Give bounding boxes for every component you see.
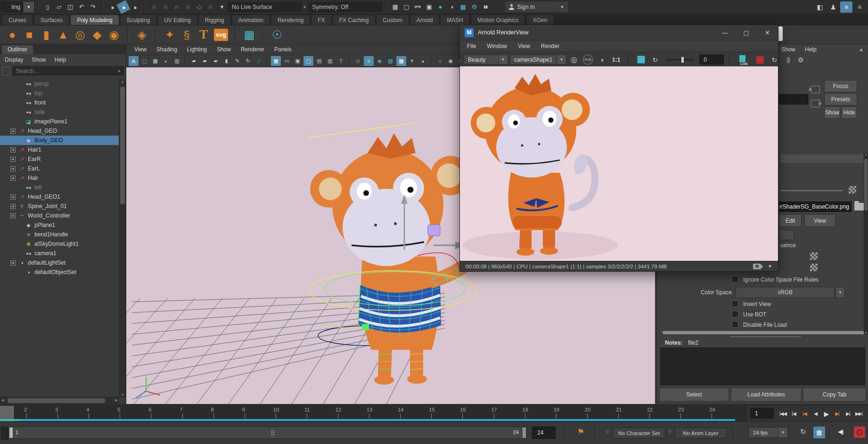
rv-menu-file[interactable]: File [467, 43, 476, 49]
expand-icon[interactable]: + [10, 204, 16, 209]
search-options-arrow-icon[interactable]: ▾ [118, 69, 120, 73]
outliner-item-side[interactable]: ■◀side [0, 107, 119, 117]
outliner-tab[interactable]: Outliner [2, 45, 33, 54]
range-slider[interactable]: 1 24 [8, 427, 527, 439]
shelf-tab-fx[interactable]: FX [311, 15, 331, 25]
undo-icon[interactable]: ↶ [76, 2, 87, 12]
paint-select-icon[interactable]: ▩ [150, 56, 160, 66]
section-header-bar[interactable] [780, 154, 863, 163]
textured-mode-icon[interactable]: ▧ [385, 56, 395, 66]
zoom-ratio[interactable]: 1:1 [612, 57, 620, 63]
ae-vertical-scrollbar[interactable]: ▲ ▼ [864, 153, 868, 334]
shelf-tab-mash[interactable]: MASH [440, 15, 470, 25]
outliner-item-front[interactable]: ■◀front [0, 98, 119, 107]
presets-button[interactable]: Presets [824, 93, 857, 105]
audio-mute-icon[interactable]: ◀) [838, 428, 843, 435]
poly-cylinder-icon[interactable]: ▮ [38, 26, 55, 43]
poly-cube-icon[interactable]: ■ [21, 26, 38, 43]
ignore-color-space-checkbox[interactable] [732, 276, 738, 283]
menu-set-arrow-icon[interactable]: ▼ [24, 2, 34, 12]
curve-warp-icon[interactable]: § [178, 26, 195, 43]
scroll-down-icon[interactable]: ▼ [119, 393, 126, 396]
expand-icon[interactable]: + [10, 129, 16, 134]
outliner-menu-help[interactable]: Help [54, 57, 66, 63]
scrollbar-thumb[interactable] [120, 87, 125, 204]
notes-textarea[interactable] [660, 347, 865, 385]
rgb-channels-icon[interactable]: RGB [583, 55, 593, 65]
type-tool-icon[interactable]: T [195, 26, 212, 43]
svg-tool-icon[interactable]: svg [214, 29, 228, 41]
map-icon[interactable] [810, 264, 818, 271]
shelf-tab-xgen[interactable]: XGen [526, 15, 554, 25]
select-button[interactable]: Select [659, 387, 729, 402]
expand-chevron-icon[interactable]: ▼ [768, 264, 772, 269]
rv-menu-view[interactable]: View [518, 43, 530, 49]
outliner-item-Head_GEO[interactable]: +↗Head_GEO [0, 126, 119, 136]
camera-select-icon[interactable]: ▰ [189, 56, 199, 66]
scroll-left-icon[interactable]: ◀ [1, 398, 4, 402]
node-name-field[interactable] [779, 94, 808, 105]
outliner-item-Hair[interactable]: +↗Hair [0, 173, 119, 183]
snap-options-arrow-icon[interactable]: ▾ [217, 2, 227, 12]
bookmark-flag-icon[interactable]: ⚑ [577, 427, 584, 437]
launch-render-icon[interactable]: ⚙ [469, 2, 480, 12]
outliner-item-Head_GEO1[interactable]: +↗Head_GEO1 [0, 192, 119, 202]
wireframe-mode-icon[interactable]: ◇ [353, 56, 363, 66]
viewport-menu-renderer[interactable]: Renderer [241, 46, 264, 53]
expand-icon[interactable]: + [10, 166, 16, 171]
outliner-horizontal-scrollbar[interactable]: ◀ ▶ [0, 397, 119, 404]
poly-disc-icon[interactable]: ◉ [106, 26, 123, 43]
lasso-tool-icon[interactable]: ▢ [139, 56, 149, 66]
ae-menu-show[interactable]: Show [781, 46, 795, 53]
outliner-item-EarL[interactable]: +↗EarL [0, 164, 119, 173]
step-back-frame-button[interactable]: |◀ [799, 408, 810, 420]
region-render-icon[interactable] [637, 56, 645, 64]
disable-file-load-checkbox[interactable] [732, 321, 738, 328]
outliner-item-defaultObjectSet[interactable]: ◑defaultObjectSet [0, 267, 119, 277]
shelf-tab-rendering[interactable]: Rendering [271, 15, 310, 25]
attribute-editor-toggle-icon[interactable]: ≡ [840, 1, 852, 13]
open-render-view-icon[interactable]: ▦ [390, 2, 401, 12]
control-cube[interactable] [428, 225, 440, 236]
step-forward-frame-button[interactable]: ▶| [832, 408, 843, 420]
shelf-tab-animation[interactable]: Animation [232, 15, 270, 25]
arnold-renderview-window[interactable]: M Arnold RenderView —▢✕ File Window View… [459, 24, 778, 272]
scroll-up-icon[interactable]: ▲ [864, 153, 868, 156]
snap-to-projected-center-icon[interactable]: ∩ [183, 2, 193, 12]
go-to-end-button[interactable]: ▶▶| [853, 408, 864, 420]
attribute-slider[interactable] [780, 190, 843, 191]
edit-button[interactable]: Edit [779, 214, 802, 227]
restart-render-icon[interactable]: ↻ [769, 54, 780, 65]
outliner-item-bend1Handle[interactable]: ≡bend1Handle [0, 230, 119, 239]
outliner-item-defaultLightSet[interactable]: +◑defaultLightSet [0, 258, 119, 267]
shade-mode-icon[interactable]: ◐ [161, 56, 171, 66]
toon-outline-icon[interactable]: ● [435, 2, 446, 12]
camera-dropdown[interactable]: cameraShape1 ▼ [510, 55, 566, 65]
viewport-menu-view[interactable]: View [134, 46, 147, 53]
ae-horizontal-scrollbar[interactable] [663, 331, 865, 334]
poly-table-icon[interactable]: ▦ [241, 26, 258, 43]
ae-menu-help[interactable]: Help [805, 46, 817, 53]
outliner-item-persp[interactable]: ■◀persp [0, 79, 119, 89]
outliner-item-Body_GEO[interactable]: ◈Body_GEO [0, 136, 119, 145]
snap-to-point-icon[interactable]: ∩ [172, 2, 182, 12]
use-bot-checkbox[interactable] [732, 311, 738, 317]
map-icon[interactable] [810, 252, 818, 260]
outliner-item-top[interactable]: ■◀top [0, 89, 119, 98]
scrollbar-thumb[interactable] [864, 159, 868, 210]
step-forward-key-button[interactable]: ▶| [843, 408, 853, 420]
search-input[interactable]: Search... ▾ [12, 66, 124, 75]
snap-to-grid-icon[interactable]: ∩ [149, 2, 159, 12]
outliner-menu-display[interactable]: Display [5, 57, 23, 63]
viewport-menu-lighting[interactable]: Lighting [187, 46, 207, 53]
shelf-tab-poly-modeling[interactable]: Poly Modeling [70, 15, 119, 25]
playback-loop-icon[interactable]: ↻ [800, 428, 806, 436]
close-button[interactable]: ✕ [757, 25, 778, 40]
grease-pencil-icon[interactable]: ✎ [232, 56, 242, 66]
splitter-handle[interactable] [730, 336, 801, 338]
film-gate-icon[interactable]: ▭ [282, 56, 292, 66]
modeling-toolkit-icon[interactable]: ◧ [814, 1, 826, 13]
go-to-start-button[interactable]: |◀◀ [778, 408, 788, 420]
aov-dropdown[interactable]: Beauty ▼ [464, 55, 508, 65]
timeline-ruler[interactable]: 23456789101112131415161718192021222324 [0, 406, 746, 421]
